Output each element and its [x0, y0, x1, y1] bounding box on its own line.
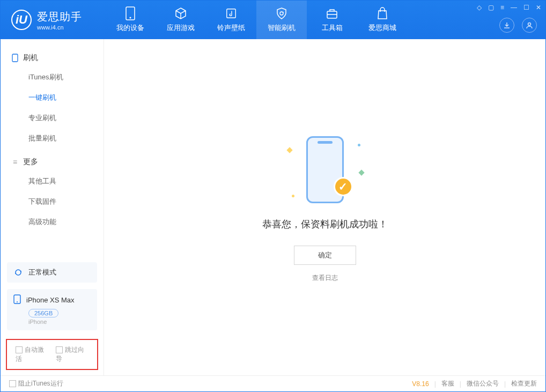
- header-right-icons: [499, 18, 537, 33]
- device-phone-icon: [13, 294, 21, 306]
- mode-label: 正常模式: [28, 268, 56, 277]
- footer-link-support[interactable]: 客服: [441, 379, 454, 388]
- checkbox-auto-activate[interactable]: 自动激活: [16, 345, 48, 364]
- tab-label: 铃声壁纸: [217, 23, 245, 33]
- sidebar-item-oneclick-flash[interactable]: 一键刷机: [1, 87, 104, 108]
- dot-icon: [358, 144, 360, 146]
- checkbox-skip-guide[interactable]: 跳过向导: [56, 345, 88, 364]
- sidebar-header-more[interactable]: ≡ 更多: [1, 153, 104, 171]
- toolbox-icon: [326, 7, 338, 20]
- menu-icon[interactable]: ≡: [500, 4, 504, 11]
- tab-label: 应用游戏: [167, 23, 195, 33]
- app-name: 爱思助手: [37, 10, 82, 24]
- sidebar-item-download-firmware[interactable]: 下载固件: [1, 191, 104, 212]
- app-title: 爱思助手 www.i4.cn: [37, 10, 82, 31]
- sidebar-header-flash[interactable]: 刷机: [1, 49, 104, 67]
- logo[interactable]: iU 爱思助手 www.i4.cn: [1, 10, 105, 31]
- tab-label: 智能刷机: [268, 23, 296, 33]
- dot-icon: [292, 195, 294, 197]
- lock-icon[interactable]: ▢: [488, 4, 494, 11]
- device-card[interactable]: iPhone XS Max 256GB iPhone: [7, 289, 97, 330]
- tab-smart-flash[interactable]: 智能刷机: [256, 1, 307, 39]
- sidebar-section-more: ≡ 更多 其他工具 下载固件 高级功能: [1, 153, 104, 232]
- user-button[interactable]: [522, 18, 537, 33]
- top-tabs: 我的设备 应用游戏 铃声壁纸 智能刷机 工具箱 爱思商城: [105, 1, 408, 39]
- tab-toolbox[interactable]: 工具箱: [307, 1, 357, 39]
- ok-button[interactable]: 确定: [294, 246, 356, 265]
- footer: 阻止iTunes运行 V8.16 | 客服 | 微信公众号 | 检查更新: [1, 375, 545, 391]
- sidebar-item-itunes-flash[interactable]: iTunes刷机: [1, 67, 104, 87]
- tab-apps-games[interactable]: 应用游戏: [156, 1, 206, 39]
- checkbox-block-itunes[interactable]: 阻止iTunes运行: [9, 379, 63, 388]
- tab-label: 工具箱: [322, 23, 343, 33]
- svg-point-7: [17, 301, 18, 302]
- cube-icon: [174, 7, 187, 20]
- view-log-link[interactable]: 查看日志: [312, 273, 338, 283]
- window-controls: ◇ ▢ ≡ — ☐ ✕: [477, 4, 541, 11]
- minimize-button[interactable]: —: [511, 4, 517, 11]
- device-type: iPhone: [28, 319, 91, 325]
- sidebar-item-pro-flash[interactable]: 专业刷机: [1, 108, 104, 128]
- list-icon: ≡: [11, 158, 19, 166]
- device-storage: 256GB: [28, 309, 58, 317]
- sidebar-item-advanced[interactable]: 高级功能: [1, 212, 104, 232]
- shirt-icon[interactable]: ◇: [477, 4, 482, 11]
- shield-sync-icon: [275, 7, 288, 20]
- success-message: 恭喜您，保资料刷机成功啦！: [262, 218, 388, 231]
- checkmark-badge-icon: ✓: [334, 177, 353, 196]
- app-logo-icon: iU: [11, 10, 32, 30]
- success-illustration: ✓: [271, 132, 379, 207]
- app-url: www.i4.cn: [37, 24, 82, 31]
- phone-icon: [124, 7, 137, 20]
- music-note-icon: [225, 7, 238, 20]
- flash-options-row: 自动激活 跳过向导: [6, 339, 98, 370]
- tab-label: 我的设备: [116, 23, 144, 33]
- close-button[interactable]: ✕: [536, 4, 541, 11]
- sidebar-section-flash: 刷机 iTunes刷机 一键刷机 专业刷机 批量刷机: [1, 49, 104, 149]
- shopping-bag-icon: [376, 7, 389, 20]
- svg-rect-2: [227, 9, 236, 18]
- tab-label: 爱思商城: [368, 23, 396, 33]
- device-name: iPhone XS Max: [26, 296, 75, 304]
- sparkle-icon: [358, 169, 364, 175]
- sidebar-header-label: 刷机: [23, 53, 38, 63]
- sidebar-item-other-tools[interactable]: 其他工具: [1, 171, 104, 191]
- footer-link-update[interactable]: 检查更新: [511, 379, 537, 388]
- footer-link-wechat[interactable]: 微信公众号: [467, 379, 499, 388]
- maximize-button[interactable]: ☐: [523, 4, 529, 11]
- download-button[interactable]: [499, 18, 514, 33]
- titlebar: iU 爱思助手 www.i4.cn 我的设备 应用游戏 铃声壁纸 智能刷机: [1, 1, 545, 39]
- main-content: ✓ 恭喜您，保资料刷机成功啦！ 确定 查看日志: [104, 39, 545, 375]
- sidebar-header-label: 更多: [23, 157, 38, 167]
- svg-point-4: [528, 23, 531, 26]
- tab-my-device[interactable]: 我的设备: [105, 1, 156, 39]
- mode-card[interactable]: 正常模式: [7, 262, 97, 283]
- phone-small-icon: [11, 54, 19, 62]
- sidebar-item-batch-flash[interactable]: 批量刷机: [1, 128, 104, 149]
- sync-icon: [13, 268, 23, 277]
- svg-point-1: [130, 17, 131, 19]
- tab-store[interactable]: 爱思商城: [357, 1, 408, 39]
- sparkle-icon: [286, 147, 292, 153]
- sidebar: 刷机 iTunes刷机 一键刷机 专业刷机 批量刷机 ≡ 更多 其他工具 下载固…: [1, 39, 104, 375]
- version-label: V8.16: [412, 380, 429, 388]
- svg-rect-5: [12, 54, 18, 62]
- tab-ringtone-wallpaper[interactable]: 铃声壁纸: [206, 1, 256, 39]
